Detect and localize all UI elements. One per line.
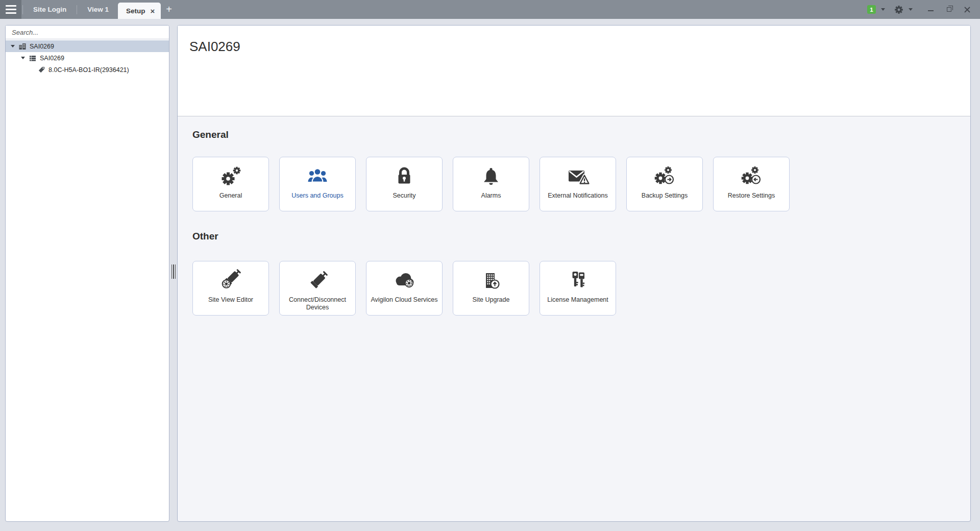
tile-connect-disconnect-devices[interactable]: Connect/Disconnect Devices [279, 261, 356, 316]
minimize-icon [928, 10, 934, 11]
tab-site-login[interactable]: Site Login [24, 0, 76, 19]
cloud-gear-icon [392, 269, 416, 293]
tile-site-view-editor[interactable]: Site View Editor [192, 261, 269, 316]
page-title: SAI0269 [178, 26, 970, 55]
tile-label: Restore Settings [725, 192, 777, 200]
tile-label: General [217, 192, 244, 200]
tile-alarms[interactable]: Alarms [453, 157, 529, 211]
section-heading-other: Other [192, 231, 970, 242]
building-upgrade-icon [479, 269, 503, 293]
tile-avigilon-cloud-services[interactable]: Avigilon Cloud Services [366, 261, 443, 316]
restore-button[interactable] [941, 0, 957, 19]
tile-users-and-groups[interactable]: Users and Groups [279, 157, 356, 211]
site-health-badge[interactable]: 1 [867, 5, 876, 14]
tile-general[interactable]: General [192, 157, 269, 211]
gears-export-icon [652, 164, 677, 189]
hamburger-icon [6, 5, 16, 7]
camera-icon [305, 269, 330, 293]
search-input[interactable] [6, 26, 169, 39]
tile-external-notifications[interactable]: External Notifications [540, 157, 616, 211]
tile-backup-settings[interactable]: Backup Settings [626, 157, 703, 211]
server-icon [29, 54, 37, 62]
close-tab-icon[interactable]: × [151, 7, 155, 15]
titlebar-right-controls: 1 [867, 0, 980, 19]
tab-separator [22, 5, 23, 14]
minimize-button[interactable] [923, 0, 938, 19]
site-icon [18, 42, 27, 51]
site-tree-panel: SAI0269 SAI0269 [5, 25, 169, 522]
tile-label: Users and Groups [289, 192, 346, 200]
expander-caret-icon[interactable] [21, 57, 25, 59]
tile-label: Alarms [479, 192, 504, 200]
device-tag-icon [37, 66, 45, 74]
close-button[interactable] [960, 0, 975, 19]
tab-label: Setup [126, 7, 145, 15]
site-tree: SAI0269 SAI0269 [6, 39, 169, 76]
tile-label: Avigilon Cloud Services [368, 296, 440, 304]
new-tab-button[interactable]: + [161, 0, 177, 19]
tree-item-label: SAI0269 [40, 55, 64, 62]
tab-label: Site Login [33, 6, 66, 13]
settings-gear-icon[interactable] [894, 5, 903, 14]
tile-restore-settings[interactable]: Restore Settings [713, 157, 790, 211]
tree-item-camera[interactable]: 8.0C-H5A-BO1-IR(2936421) [6, 64, 169, 76]
lock-icon [392, 164, 416, 189]
section-heading-general: General [192, 129, 970, 140]
tab-label: View 1 [87, 6, 109, 13]
tile-site-upgrade[interactable]: Site Upgrade [453, 261, 529, 316]
envelope-warning-icon [566, 164, 590, 189]
users-icon [305, 164, 330, 189]
tree-item-label: 8.0C-H5A-BO1-IR(2936421) [48, 66, 129, 74]
restore-icon [947, 7, 951, 12]
bell-icon [479, 164, 503, 189]
gears-icon [218, 164, 243, 189]
camera-gear-icon [218, 269, 243, 293]
tile-label: Connect/Disconnect Devices [280, 296, 355, 311]
tile-label: Site Upgrade [470, 296, 512, 304]
tree-item-site[interactable]: SAI0269 [6, 40, 169, 52]
tile-label: External Notifications [545, 192, 610, 200]
other-tile-row: Site View Editor Connect/Disconnect Devi… [192, 261, 970, 316]
expander-caret-icon[interactable] [11, 45, 15, 47]
tile-security[interactable]: Security [366, 157, 443, 211]
tile-label: Site View Editor [206, 296, 256, 304]
tile-label: License Management [545, 296, 611, 304]
hamburger-menu-button[interactable] [0, 0, 21, 19]
tab-separator [77, 5, 77, 14]
close-icon [964, 7, 970, 13]
panel-splitter-handle[interactable] [171, 264, 176, 280]
keys-icon [566, 269, 590, 293]
tile-label: Backup Settings [639, 192, 690, 200]
title-bar: Site Login View 1 Setup × + 1 [0, 0, 980, 19]
chevron-down-icon[interactable] [909, 8, 913, 11]
gears-import-icon [739, 164, 764, 189]
tab-setup[interactable]: Setup × [118, 3, 161, 19]
tile-license-management[interactable]: License Management [540, 261, 616, 316]
tree-item-server[interactable]: SAI0269 [6, 52, 169, 64]
chevron-down-icon[interactable] [881, 8, 885, 11]
tab-view-1[interactable]: View 1 [78, 0, 118, 19]
tree-item-label: SAI0269 [30, 43, 54, 50]
general-tile-row: General [192, 157, 970, 211]
tile-label: Security [390, 192, 418, 200]
badge-count: 1 [870, 7, 873, 13]
setup-header: SAI0269 [178, 26, 970, 116]
setup-content: General [178, 116, 970, 316]
setup-panel: SAI0269 General [177, 25, 971, 522]
